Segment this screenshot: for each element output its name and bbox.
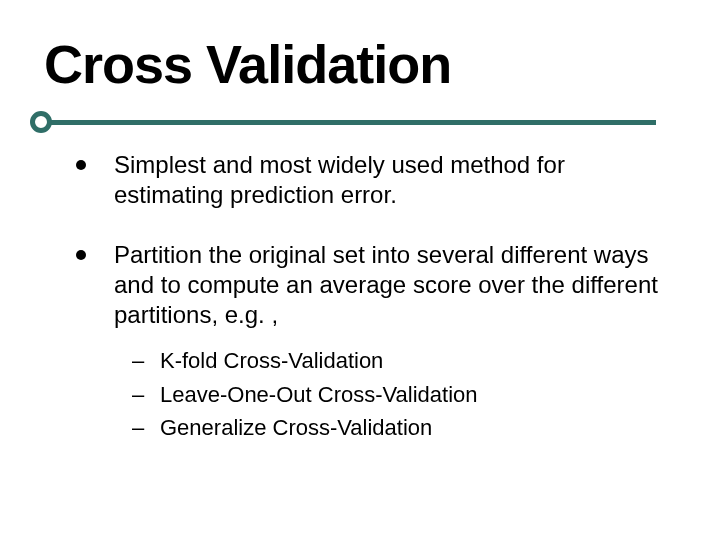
- slide-title: Cross Validation: [44, 36, 451, 93]
- bullet-item: Simplest and most widely used method for…: [72, 150, 672, 210]
- bullet-text: Partition the original set into several …: [114, 241, 658, 328]
- sublist-text: Leave-One-Out Cross-Validation: [160, 382, 478, 407]
- decor-circle-icon: [30, 111, 52, 133]
- sublist-item: – Leave-One-Out Cross-Validation: [132, 380, 672, 410]
- sublist-item: – K-fold Cross-Validation: [132, 346, 672, 376]
- sublist-text: Generalize Cross-Validation: [160, 415, 432, 440]
- bullet-dot-icon: [76, 160, 86, 170]
- sublist-text: K-fold Cross-Validation: [160, 348, 383, 373]
- dash-icon: –: [132, 413, 144, 443]
- dash-icon: –: [132, 380, 144, 410]
- dash-icon: –: [132, 346, 144, 376]
- bullet-item: Partition the original set into several …: [72, 240, 672, 330]
- slide-body: Simplest and most widely used method for…: [72, 150, 672, 447]
- bullet-text: Simplest and most widely used method for…: [114, 151, 565, 208]
- sublist: – K-fold Cross-Validation – Leave-One-Ou…: [72, 346, 672, 443]
- bullet-dot-icon: [76, 250, 86, 260]
- title-underline: [44, 120, 656, 125]
- slide: Cross Validation Simplest and most widel…: [0, 0, 720, 540]
- sublist-item: – Generalize Cross-Validation: [132, 413, 672, 443]
